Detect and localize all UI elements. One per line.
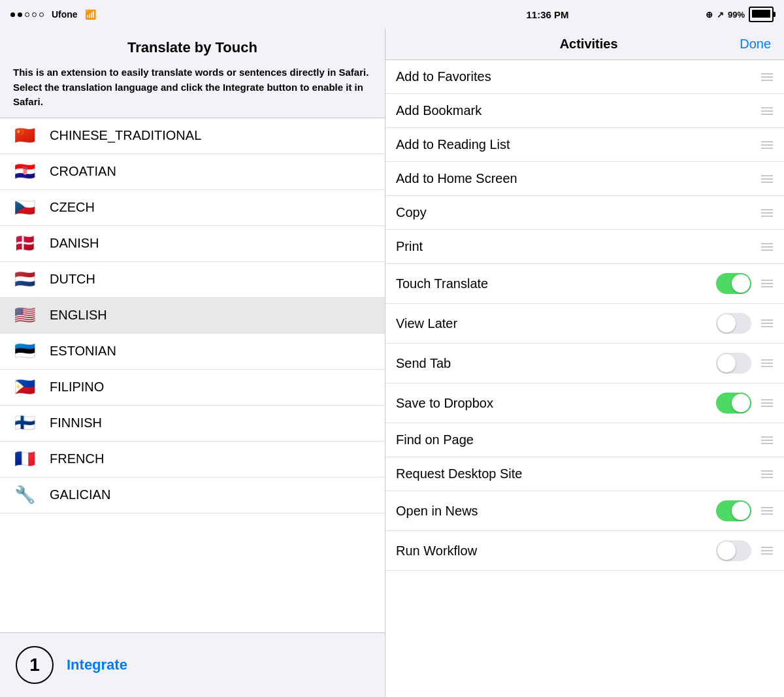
- activity-item-open-news[interactable]: Open in News: [385, 491, 784, 531]
- right-panel: Activities Done Add to FavoritesAdd Book…: [385, 29, 784, 697]
- drag-line: [761, 216, 773, 217]
- activity-item-save-dropbox[interactable]: Save to Dropbox: [385, 383, 784, 423]
- left-footer: 1 Integrate: [0, 632, 385, 697]
- activity-label-request-desktop: Request Desktop Site: [396, 466, 760, 481]
- done-button[interactable]: Done: [740, 37, 771, 52]
- language-item-filipino[interactable]: 🇵🇭FILIPINO: [0, 370, 385, 406]
- language-name-danish: DANISH: [50, 236, 99, 251]
- toggle-thumb-view-later: [717, 314, 736, 332]
- toggle-save-dropbox[interactable]: [716, 393, 751, 413]
- language-item-chinese_traditional[interactable]: 🇨🇳CHINESE_TRADITIONAL: [0, 118, 385, 154]
- toggle-view-later[interactable]: [716, 313, 751, 334]
- toggle-track-send-tab: [716, 353, 751, 374]
- drag-handle-copy[interactable]: [760, 209, 774, 217]
- drag-handle-open-news[interactable]: [760, 507, 774, 515]
- toggle-thumb-send-tab: [717, 354, 736, 372]
- drag-line: [761, 246, 773, 248]
- drag-handle-find-on-page[interactable]: [760, 436, 774, 444]
- drag-handle-send-tab[interactable]: [760, 359, 774, 367]
- drag-handle-add-favorites[interactable]: [760, 73, 774, 81]
- drag-handle-print[interactable]: [760, 243, 774, 251]
- drag-line: [761, 406, 773, 407]
- drag-line: [761, 148, 773, 149]
- activity-label-view-later: View Later: [396, 316, 716, 331]
- drag-handle-save-dropbox[interactable]: [760, 399, 774, 407]
- drag-line: [761, 73, 773, 74]
- drag-handle-touch-translate[interactable]: [760, 280, 774, 287]
- location-arrow-icon: ↗: [717, 10, 724, 20]
- drag-handle-view-later[interactable]: [760, 319, 774, 327]
- status-time: 11:36 PM: [389, 9, 706, 20]
- language-item-dutch[interactable]: 🇳🇱DUTCH: [0, 262, 385, 298]
- drag-line: [761, 178, 773, 180]
- step-circle: 1: [16, 646, 54, 684]
- toggle-touch-translate[interactable]: [716, 273, 751, 294]
- drag-line: [761, 470, 773, 472]
- drag-line: [761, 250, 773, 251]
- language-item-finnish[interactable]: 🇫🇮FINNISH: [0, 406, 385, 442]
- activity-item-print[interactable]: Print: [385, 230, 784, 264]
- activity-label-add-reading-list: Add to Reading List: [396, 137, 760, 152]
- activity-item-add-home-screen[interactable]: Add to Home Screen: [385, 162, 784, 196]
- left-header: Translate by Touch This is an extension …: [0, 29, 385, 118]
- drag-handle-add-home-screen[interactable]: [760, 175, 774, 183]
- drag-line: [761, 550, 773, 551]
- activity-item-find-on-page[interactable]: Find on Page: [385, 423, 784, 457]
- language-item-estonian[interactable]: 🇪🇪ESTONIAN: [0, 334, 385, 370]
- activity-item-copy[interactable]: Copy: [385, 196, 784, 230]
- drag-handle-add-bookmark[interactable]: [760, 107, 774, 115]
- drag-handle-add-reading-list[interactable]: [760, 141, 774, 149]
- flag-finnish: 🇫🇮: [10, 413, 39, 433]
- drag-line: [761, 286, 773, 287]
- location-icon: ⊕: [706, 10, 713, 20]
- activity-item-view-later[interactable]: View Later: [385, 304, 784, 344]
- flag-english: 🇺🇸: [10, 306, 39, 325]
- language-name-dutch: DUTCH: [50, 272, 95, 287]
- language-name-czech: CZECH: [50, 200, 95, 215]
- flag-dutch: 🇳🇱: [10, 270, 39, 289]
- battery-percent: 99%: [728, 10, 745, 20]
- toggle-thumb-run-workflow: [717, 542, 736, 560]
- language-item-english[interactable]: 🇺🇸ENGLISH: [0, 298, 385, 334]
- drag-handle-run-workflow[interactable]: [760, 547, 774, 555]
- toggle-track-save-dropbox: [716, 393, 751, 413]
- language-item-czech[interactable]: 🇨🇿CZECH: [0, 190, 385, 226]
- language-name-chinese_traditional: CHINESE_TRADITIONAL: [50, 128, 201, 143]
- drag-line: [761, 243, 773, 244]
- activity-item-touch-translate[interactable]: Touch Translate: [385, 264, 784, 304]
- activity-item-run-workflow[interactable]: Run Workflow: [385, 531, 784, 571]
- activity-item-add-reading-list[interactable]: Add to Reading List: [385, 128, 784, 162]
- toggle-send-tab[interactable]: [716, 353, 751, 374]
- activity-item-add-favorites[interactable]: Add to Favorites: [385, 60, 784, 94]
- drag-line: [761, 366, 773, 367]
- drag-line: [761, 399, 773, 400]
- toggle-run-workflow[interactable]: [716, 540, 751, 561]
- activity-label-run-workflow: Run Workflow: [396, 543, 716, 559]
- language-item-galician[interactable]: 🔧GALICIAN: [0, 478, 385, 513]
- activity-label-find-on-page: Find on Page: [396, 432, 760, 447]
- drag-line: [761, 283, 773, 284]
- integrate-button[interactable]: Integrate: [67, 656, 127, 673]
- toggle-thumb-save-dropbox: [732, 394, 750, 412]
- drag-line: [761, 513, 773, 515]
- drag-line: [761, 547, 773, 548]
- activity-item-send-tab[interactable]: Send Tab: [385, 344, 784, 383]
- activity-label-open-news: Open in News: [396, 504, 716, 519]
- activity-label-send-tab: Send Tab: [396, 356, 716, 371]
- status-left: Ufone 📶: [10, 9, 389, 20]
- toggle-open-news[interactable]: [716, 500, 751, 521]
- signal-dot-3: [25, 12, 29, 17]
- language-item-french[interactable]: 🇫🇷FRENCH: [0, 442, 385, 478]
- drag-line: [761, 359, 773, 361]
- drag-line: [761, 212, 773, 214]
- activity-item-request-desktop[interactable]: Request Desktop Site: [385, 457, 784, 491]
- drag-line: [761, 110, 773, 112]
- drag-line: [761, 107, 773, 108]
- drag-handle-request-desktop[interactable]: [760, 470, 774, 478]
- language-item-croatian[interactable]: 🇭🇷CROATIAN: [0, 154, 385, 190]
- drag-line: [761, 114, 773, 115]
- signal-dot-5: [39, 12, 44, 17]
- language-item-danish[interactable]: 🇩🇰DANISH: [0, 226, 385, 262]
- drag-line: [761, 80, 773, 81]
- activity-item-add-bookmark[interactable]: Add Bookmark: [385, 94, 784, 128]
